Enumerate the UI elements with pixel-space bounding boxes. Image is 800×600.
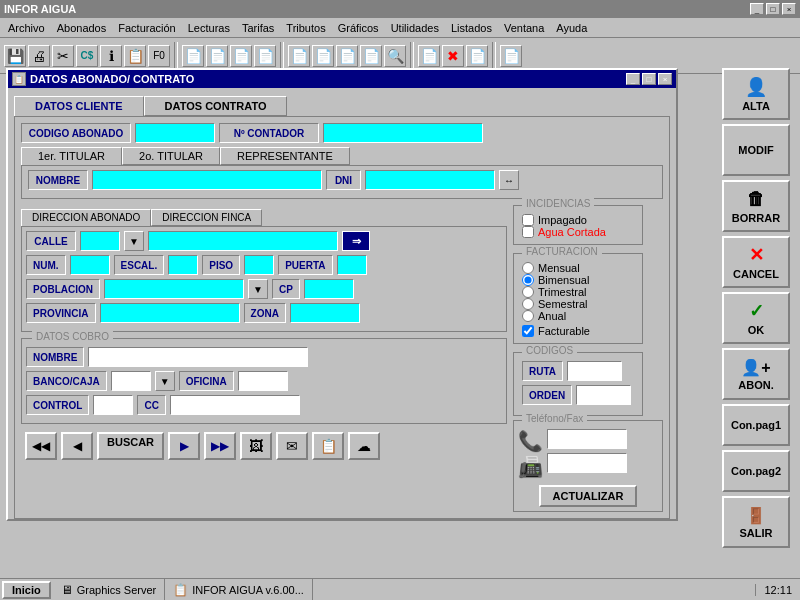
semestral-radio[interactable]: Semestral — [522, 298, 634, 310]
dni-input[interactable] — [365, 170, 495, 190]
toolbar-btn-1[interactable]: 💾 — [4, 45, 26, 67]
tab-datos-contrato[interactable]: DATOS CONTRATO — [144, 96, 288, 116]
tab-datos-cliente[interactable]: DATOS CLIENTE — [14, 96, 144, 116]
salir-btn[interactable]: 🚪 SALIR — [722, 496, 790, 548]
banco-input[interactable] — [111, 371, 151, 391]
nombre-input[interactable] — [92, 170, 322, 190]
dialog-minimize[interactable]: _ — [626, 73, 640, 85]
nav-icon3[interactable]: 📋 — [312, 432, 344, 460]
codigo-abonado-input[interactable] — [135, 123, 215, 143]
menu-utilidades[interactable]: Utilidades — [385, 20, 445, 36]
num-input[interactable] — [70, 255, 110, 275]
toolbar-btn-7[interactable]: F0 — [148, 45, 170, 67]
compag1-btn[interactable]: Con.pag1 — [722, 404, 790, 446]
nav-icon2[interactable]: ✉ — [276, 432, 308, 460]
calle-dropdown-btn[interactable]: ▼ — [124, 231, 144, 251]
toolbar-btn-9[interactable]: 📄 — [206, 45, 228, 67]
actualizar-btn[interactable]: ACTUALIZAR — [539, 485, 638, 507]
calle-input[interactable] — [148, 231, 338, 251]
toolbar-btn-20[interactable]: 📄 — [500, 45, 522, 67]
compag2-btn[interactable]: Con.pag2 — [722, 450, 790, 492]
close-btn[interactable]: × — [782, 3, 796, 15]
anual-radio[interactable]: Anual — [522, 310, 634, 322]
calle-go-btn[interactable]: ⇒ — [342, 231, 370, 251]
menu-lecturas[interactable]: Lecturas — [182, 20, 236, 36]
toolbar-btn-12[interactable]: 📄 — [288, 45, 310, 67]
telefono-input[interactable] — [547, 429, 627, 449]
tab-1er-titular[interactable]: 1er. TITULAR — [21, 147, 122, 165]
infor-agua-item[interactable]: 📋 INFOR AIGUA v.6.00... — [165, 579, 313, 600]
toolbar-btn-14[interactable]: 📄 — [336, 45, 358, 67]
calle-num-input[interactable] — [80, 231, 120, 251]
toolbar-btn-16[interactable]: 🔍 — [384, 45, 406, 67]
zona-input[interactable] — [290, 303, 360, 323]
piso-input[interactable] — [244, 255, 274, 275]
oficina-input[interactable] — [238, 371, 288, 391]
agua-cortada-checkbox[interactable]: Agua Cortada — [522, 226, 634, 238]
menu-archivo[interactable]: Archivo — [2, 20, 51, 36]
menu-ventana[interactable]: Ventana — [498, 20, 550, 36]
buscar-btn[interactable]: BUSCAR — [97, 432, 164, 460]
toolbar-btn-10[interactable]: 📄 — [230, 45, 252, 67]
toolbar-btn-19[interactable]: 📄 — [466, 45, 488, 67]
tab-2o-titular[interactable]: 2o. TITULAR — [122, 147, 220, 165]
escal-input[interactable] — [168, 255, 198, 275]
menu-facturacion[interactable]: Facturación — [112, 20, 181, 36]
tab-direccion-abonado[interactable]: DIRECCION ABONADO — [21, 209, 151, 226]
toolbar-btn-4[interactable]: C$ — [76, 45, 98, 67]
poblacion-dropdown-btn[interactable]: ▼ — [248, 279, 268, 299]
fax-input[interactable] — [547, 453, 627, 473]
cc-input[interactable] — [170, 395, 300, 415]
puerta-input[interactable] — [337, 255, 367, 275]
toolbar-btn-8[interactable]: 📄 — [182, 45, 204, 67]
nav-next-btn[interactable]: ▶ — [168, 432, 200, 460]
facturable-checkbox[interactable]: Facturable — [522, 325, 634, 337]
tab-direccion-finca[interactable]: DIRECCION FINCA — [151, 209, 262, 226]
ok-btn[interactable]: ✓ OK — [722, 292, 790, 344]
control-input[interactable] — [93, 395, 133, 415]
toolbar-btn-15[interactable]: 📄 — [360, 45, 382, 67]
menu-abonados[interactable]: Abonados — [51, 20, 113, 36]
cp-input[interactable] — [304, 279, 354, 299]
tab-representante[interactable]: REPRESENTANTE — [220, 147, 350, 165]
impagado-checkbox[interactable]: Impagado — [522, 214, 634, 226]
nav-icon4[interactable]: ☁ — [348, 432, 380, 460]
menu-graficos[interactable]: Gráficos — [332, 20, 385, 36]
toolbar-btn-13[interactable]: 📄 — [312, 45, 334, 67]
ruta-input[interactable] — [567, 361, 622, 381]
toolbar-btn-11[interactable]: 📄 — [254, 45, 276, 67]
inicio-btn[interactable]: Inicio — [2, 581, 51, 599]
nav-first-btn[interactable]: ◀◀ — [25, 432, 57, 460]
toolbar-btn-2[interactable]: 🖨 — [28, 45, 50, 67]
arrow-btn[interactable]: ↔ — [499, 170, 519, 190]
trimestral-radio[interactable]: Trimestral — [522, 286, 634, 298]
menu-ayuda[interactable]: Ayuda — [550, 20, 593, 36]
toolbar-btn-18[interactable]: ✖ — [442, 45, 464, 67]
cancel-btn[interactable]: ✕ CANCEL — [722, 236, 790, 288]
mensual-radio[interactable]: Mensual — [522, 262, 634, 274]
toolbar-btn-6[interactable]: 📋 — [124, 45, 146, 67]
provincia-input[interactable] — [100, 303, 240, 323]
orden-input[interactable] — [576, 385, 631, 405]
abon-btn[interactable]: 👤+ ABON. — [722, 348, 790, 400]
menu-listados[interactable]: Listados — [445, 20, 498, 36]
toolbar-btn-17[interactable]: 📄 — [418, 45, 440, 67]
bimensual-radio[interactable]: Bimensual — [522, 274, 634, 286]
menu-tributos[interactable]: Tributos — [280, 20, 331, 36]
graphics-server-item[interactable]: 🖥 Graphics Server — [53, 579, 165, 600]
dialog-close[interactable]: × — [658, 73, 672, 85]
numero-contador-input[interactable] — [323, 123, 483, 143]
banco-dropdown[interactable]: ▼ — [155, 371, 175, 391]
borrar-btn[interactable]: 🗑 BORRAR — [722, 180, 790, 232]
dialog-maximize[interactable]: □ — [642, 73, 656, 85]
toolbar-btn-5[interactable]: ℹ — [100, 45, 122, 67]
nav-prev-btn[interactable]: ◀ — [61, 432, 93, 460]
maximize-btn[interactable]: □ — [766, 3, 780, 15]
nav-icon1[interactable]: 🖼 — [240, 432, 272, 460]
poblacion-input[interactable] — [104, 279, 244, 299]
minimize-btn[interactable]: _ — [750, 3, 764, 15]
alta-btn[interactable]: 👤 ALTA — [722, 68, 790, 120]
modif-btn[interactable]: MODIF — [722, 124, 790, 176]
menu-tarifas[interactable]: Tarifas — [236, 20, 280, 36]
nav-last-btn[interactable]: ▶▶ — [204, 432, 236, 460]
